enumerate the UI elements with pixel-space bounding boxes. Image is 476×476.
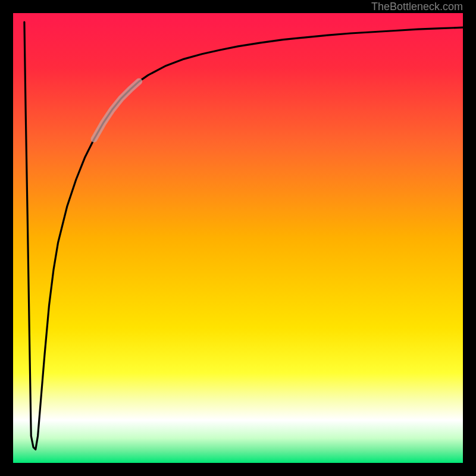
gradient-background bbox=[13, 13, 463, 463]
plot-area bbox=[13, 13, 463, 463]
watermark-text: TheBottleneck.com bbox=[371, 0, 463, 13]
chart-container: TheBottleneck.com bbox=[0, 0, 476, 476]
plot-svg bbox=[13, 13, 463, 463]
